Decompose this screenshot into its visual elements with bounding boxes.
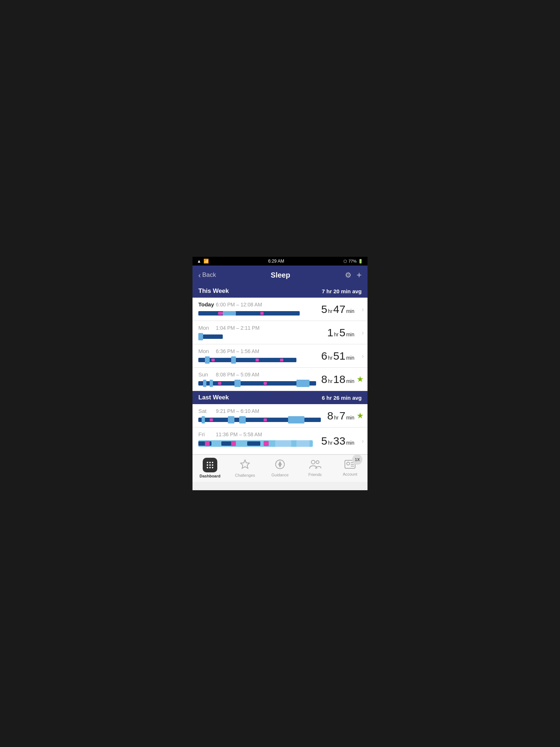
bar-awake-1 <box>210 418 213 421</box>
mins-label: min <box>346 440 354 446</box>
bar-light <box>198 333 203 340</box>
back-button[interactable]: ‹ Back <box>198 271 216 279</box>
battery-percent: 77% <box>349 259 357 263</box>
last-week-header: Last Week 6 hr 26 min avg <box>192 391 368 404</box>
entry-day: Sun <box>198 371 212 378</box>
sleep-entry-sat[interactable]: Sat 9:21 PM – 6:10 AM 8 hr 7 min <box>192 404 368 427</box>
entry-duration-today: 5 hr 47 min <box>321 303 354 316</box>
bar-awake-3 <box>264 441 268 446</box>
nav-item-dashboard[interactable]: Dashboard <box>197 458 223 478</box>
bar-light-1 <box>203 380 206 387</box>
bar-awake-2 <box>264 382 267 385</box>
nav-item-label-challenges: Challenges <box>235 473 255 477</box>
bottom-nav: Dashboard Challenges Guidance <box>192 454 368 482</box>
entry-duration-sun: 8 hr 18 min <box>321 373 354 386</box>
nav-header: ‹ Back Sleep ⚙ + <box>192 266 368 285</box>
entry-time: 11:36 PM – 5:58 AM <box>216 431 262 437</box>
last-week-avg: 6 hr 26 min avg <box>322 395 362 401</box>
nav-item-label-guidance: Guidance <box>271 473 288 477</box>
guidance-icon <box>275 459 285 471</box>
entry-time: 6:36 PM – 1:56 AM <box>216 348 259 354</box>
status-bar: ▲ 📶 6:29 AM ⬡ 77% 🔋 <box>192 257 368 266</box>
svg-point-6 <box>207 467 208 468</box>
bar-awake-1 <box>218 312 223 315</box>
entry-time: 8:08 PM – 5:09 AM <box>216 372 259 378</box>
hours-value: 8 <box>321 373 327 386</box>
nav-item-challenges[interactable]: Challenges <box>232 459 258 477</box>
bar-awake-2 <box>256 359 259 361</box>
entry-day: Mon <box>198 325 212 331</box>
entry-duration-sat: 8 hr 7 min <box>327 410 354 422</box>
svg-marker-11 <box>279 462 281 464</box>
svg-point-8 <box>212 467 213 468</box>
this-week-avg: 7 hr 20 min avg <box>322 288 362 294</box>
nav-actions: ⚙ + <box>345 270 362 280</box>
status-time: 6:29 AM <box>268 259 284 264</box>
chevron-left-icon: ‹ <box>198 271 201 279</box>
gear-icon[interactable]: ⚙ <box>345 271 351 279</box>
zoom-badge[interactable]: 1X <box>352 454 362 465</box>
hours-label: hr <box>328 355 332 361</box>
bar-awake-1 <box>218 382 221 385</box>
hours-label: hr <box>328 378 332 384</box>
bar-awake-2 <box>264 418 267 421</box>
chevron-right-icon: › <box>362 329 364 336</box>
bar-light-3 <box>296 440 310 447</box>
hours-value: 5 <box>321 303 327 316</box>
hours-value: 8 <box>327 410 334 422</box>
bar-light-3 <box>234 380 241 387</box>
sleep-entry-mon1[interactable]: Mon 1:04 PM – 2:11 PM 1 hr 5 min › <box>192 321 368 344</box>
svg-point-0 <box>207 462 208 463</box>
bar-deep <box>198 311 300 316</box>
hours-value: 6 <box>321 350 327 362</box>
mins-label: min <box>346 415 354 421</box>
signal-icon: ▲ <box>197 259 201 264</box>
sleep-entry-sun[interactable]: Sun 8:08 PM – 5:09 AM 8 hr 18 min <box>192 368 368 391</box>
bar-awake-2 <box>260 312 264 315</box>
sleep-entry-mon2[interactable]: Mon 6:36 PM – 1:56 AM 6 hr 51 min › <box>192 344 368 368</box>
bar-awake-3 <box>280 359 283 361</box>
sleep-entry-fri[interactable]: Fri 11:36 PM – 5:58 AM 5 hr 33 <box>192 427 368 454</box>
entry-duration-mon2: 6 hr 51 min <box>321 350 354 362</box>
nav-item-friends[interactable]: Friends <box>302 459 328 477</box>
svg-point-7 <box>209 467 211 468</box>
dashboard-icon <box>206 461 214 469</box>
bar-light-1 <box>205 356 210 364</box>
mins-value: 7 <box>339 410 346 422</box>
entry-duration-mon1: 1 hr 5 min <box>327 326 354 339</box>
mins-value: 47 <box>333 303 345 316</box>
last-week-label: Last Week <box>198 394 229 401</box>
hours-label: hr <box>334 332 338 337</box>
compass-icon <box>275 459 285 470</box>
chevron-right-icon: › <box>362 305 364 313</box>
svg-point-2 <box>212 462 213 463</box>
mins-label: min <box>346 308 354 314</box>
wifi-icon: 📶 <box>203 259 209 264</box>
entry-day: Mon <box>198 348 212 354</box>
svg-marker-9 <box>241 460 249 468</box>
entry-day: Sat <box>198 408 212 414</box>
nav-item-label-friends: Friends <box>308 472 322 477</box>
star-icon: ★ <box>357 375 364 384</box>
star-icon: ★ <box>357 411 364 421</box>
status-right: ⬡ 77% 🔋 <box>343 259 363 264</box>
mins-value: 51 <box>333 350 345 362</box>
bar-awake-2 <box>231 441 236 446</box>
sleep-entry-today[interactable]: Today 6:00 PM – 12:08 AM 5 hr 47 min › <box>192 298 368 321</box>
mins-label: min <box>346 332 354 337</box>
star-outline-icon <box>240 459 250 470</box>
svg-point-1 <box>209 462 211 463</box>
svg-point-13 <box>311 460 315 464</box>
back-label: Back <box>202 271 216 279</box>
chevron-right-icon: › <box>362 352 364 360</box>
this-week-header: This Week 7 hr 20 min avg <box>192 285 368 298</box>
mins-value: 5 <box>339 326 346 339</box>
bar-light-4 <box>296 380 310 387</box>
entry-day: Today <box>198 301 212 307</box>
friends-silhouette-icon <box>309 459 321 469</box>
bar-light-2 <box>231 356 236 364</box>
nav-item-guidance[interactable]: Guidance <box>267 459 293 477</box>
challenges-icon <box>240 459 250 472</box>
plus-icon[interactable]: + <box>357 270 362 280</box>
bar-light-2 <box>275 440 292 447</box>
